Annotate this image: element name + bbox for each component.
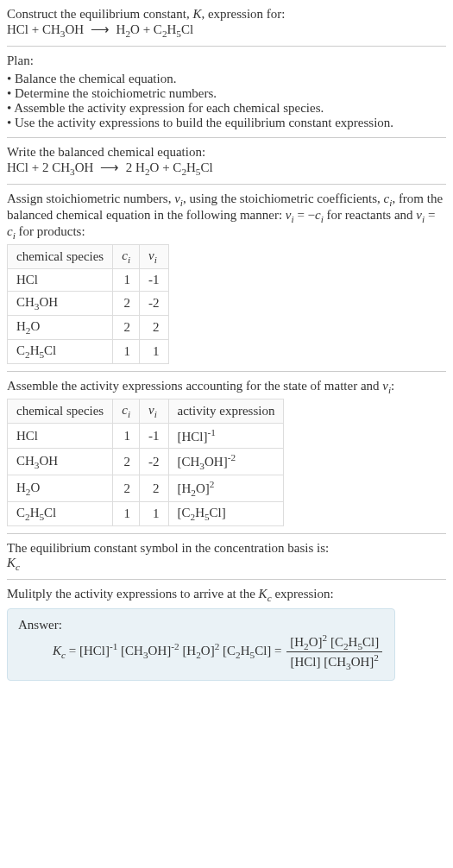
col-vi: νi xyxy=(140,245,169,269)
cell-expr: [C2H5Cl] xyxy=(168,502,284,526)
fraction-denominator: [HCl] [CH3OH]2 xyxy=(286,652,382,671)
activity-block: Assemble the activity expressions accoun… xyxy=(7,379,446,526)
cell-expr: [H2O]2 xyxy=(168,475,284,502)
col-ci: ci xyxy=(113,245,140,269)
cell-species: H2O xyxy=(8,475,113,502)
cell-species: HCl xyxy=(8,269,113,292)
col-expr: activity expression xyxy=(168,399,284,424)
symbol-kc: Kc xyxy=(7,556,446,572)
table-row: C2H5Cl 1 1 [C2H5Cl] xyxy=(8,502,284,526)
divider xyxy=(7,579,446,580)
final-intro: Mulitply the activity expressions to arr… xyxy=(7,587,446,603)
cell-ci: 1 xyxy=(113,502,140,526)
question-prompt: Construct the equilibrium constant, K, e… xyxy=(7,7,446,22)
cell-ci: 2 xyxy=(113,449,140,475)
table-row: HCl 1 -1 [HCl]-1 xyxy=(8,424,284,449)
cell-species: CH3OH xyxy=(8,449,113,475)
answer-expression: Kc = [HCl]-1 [CH3OH]-2 [H2O]2 [C2H5Cl] =… xyxy=(53,632,384,671)
symbol-block: The equilibrium constant symbol in the c… xyxy=(7,541,446,572)
divider xyxy=(7,46,446,47)
cell-ci: 1 xyxy=(113,340,140,364)
balanced-header: Write the balanced chemical equation: xyxy=(7,145,446,160)
cell-ci: 1 xyxy=(113,424,140,449)
plan-item: Balance the chemical equation. xyxy=(7,72,446,86)
activity-table: chemical species ci νi activity expressi… xyxy=(7,399,284,526)
table-row: HCl 1 -1 xyxy=(8,269,169,292)
question-block: Construct the equilibrium constant, K, e… xyxy=(7,7,446,39)
cell-species: CH3OH xyxy=(8,292,113,316)
cell-vi: -2 xyxy=(140,292,169,316)
divider xyxy=(7,371,446,372)
balanced-block: Write the balanced chemical equation: HC… xyxy=(7,145,446,177)
plan-item: Assemble the activity expression for eac… xyxy=(7,101,446,116)
divider xyxy=(7,137,446,138)
cell-vi: -1 xyxy=(140,424,169,449)
plan-header: Plan: xyxy=(7,53,446,68)
plan-list: Balance the chemical equation. Determine… xyxy=(7,72,446,130)
table-row: CH3OH 2 -2 xyxy=(8,292,169,316)
cell-vi: 1 xyxy=(140,340,169,364)
plan-item: Determine the stoichiometric numbers. xyxy=(7,86,446,101)
final-block: Mulitply the activity expressions to arr… xyxy=(7,587,446,681)
activity-intro: Assemble the activity expressions accoun… xyxy=(7,379,446,395)
answer-label: Answer: xyxy=(18,618,384,632)
cell-ci: 2 xyxy=(113,292,140,316)
cell-ci: 2 xyxy=(113,475,140,502)
fraction-numerator: [H2O]2 [C2H5Cl] xyxy=(286,632,382,652)
stoich-table: chemical species ci νi HCl 1 -1 CH3OH 2 … xyxy=(7,244,169,364)
cell-expr: [CH3OH]-2 xyxy=(168,449,284,475)
col-vi: νi xyxy=(140,399,169,424)
cell-vi: -2 xyxy=(140,449,169,475)
cell-species: HCl xyxy=(8,424,113,449)
table-row: H2O 2 2 [H2O]2 xyxy=(8,475,284,502)
answer-box: Answer: Kc = [HCl]-1 [CH3OH]-2 [H2O]2 [C… xyxy=(7,608,395,681)
table-row: H2O 2 2 xyxy=(8,316,169,340)
cell-species: H2O xyxy=(8,316,113,340)
cell-species: C2H5Cl xyxy=(8,340,113,364)
col-species: chemical species xyxy=(8,399,113,424)
col-species: chemical species xyxy=(8,245,113,269)
unbalanced-equation: HCl + CH3OH ⟶ H2O + C2H5Cl xyxy=(7,22,446,39)
cell-species: C2H5Cl xyxy=(8,502,113,526)
cell-ci: 1 xyxy=(113,269,140,292)
table-row: C2H5Cl 1 1 xyxy=(8,340,169,364)
cell-vi: 2 xyxy=(140,316,169,340)
fraction: [H2O]2 [C2H5Cl] [HCl] [CH3OH]2 xyxy=(286,632,382,671)
cell-vi: -1 xyxy=(140,269,169,292)
table-row: CH3OH 2 -2 [CH3OH]-2 xyxy=(8,449,284,475)
stoich-intro: Assign stoichiometric numbers, νi, using… xyxy=(7,192,446,241)
col-ci: ci xyxy=(113,399,140,424)
symbol-intro: The equilibrium constant symbol in the c… xyxy=(7,541,446,556)
plan-block: Plan: Balance the chemical equation. Det… xyxy=(7,53,446,130)
cell-expr: [HCl]-1 xyxy=(168,424,284,449)
cell-vi: 2 xyxy=(140,475,169,502)
plan-item: Use the activity expressions to build th… xyxy=(7,116,446,130)
balanced-equation: HCl + 2 CH3OH ⟶ 2 H2O + C2H5Cl xyxy=(7,160,446,177)
divider xyxy=(7,533,446,534)
table-header-row: chemical species ci νi xyxy=(8,245,169,269)
question-text: Construct the equilibrium constant, K, e… xyxy=(7,7,285,21)
cell-vi: 1 xyxy=(140,502,169,526)
cell-ci: 2 xyxy=(113,316,140,340)
stoich-block: Assign stoichiometric numbers, νi, using… xyxy=(7,192,446,364)
divider xyxy=(7,184,446,185)
table-header-row: chemical species ci νi activity expressi… xyxy=(8,399,284,424)
